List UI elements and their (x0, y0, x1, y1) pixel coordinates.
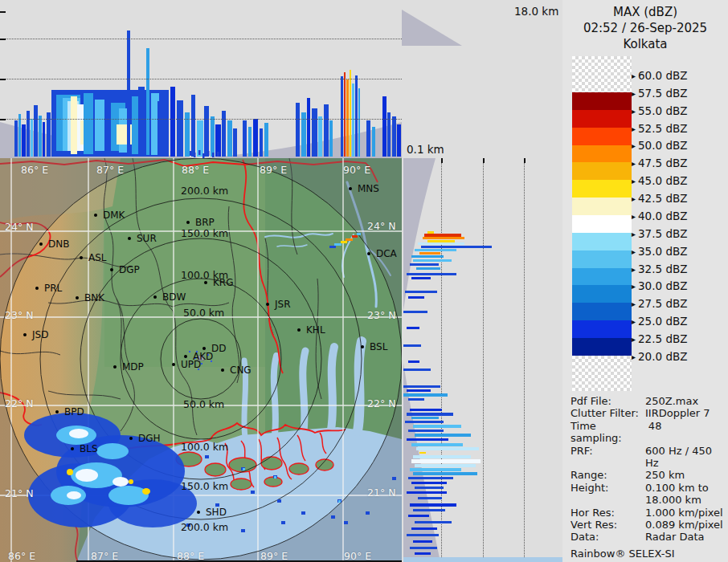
software-brand-label: Rainbow® SELEX-SI (571, 548, 726, 560)
right-panel-bottom-strip (403, 557, 562, 562)
city-dot (71, 447, 74, 450)
scale-tick-arrow-icon: ▸ (632, 247, 636, 256)
city-dot (221, 369, 224, 372)
city-marker: KHL (306, 324, 325, 336)
dbz-scale-label: ▸60.0 dBZ (632, 69, 687, 82)
city-marker: SHD (206, 507, 227, 518)
latitude-label: 24° N (5, 221, 33, 233)
legend-station: Kolkata (562, 37, 728, 51)
city-dot (349, 187, 352, 190)
metadata-value: IIRDoppler 7 (645, 407, 726, 419)
city-dot (186, 221, 190, 224)
height-axis-tick (0, 79, 6, 80)
city-dot (153, 295, 157, 299)
colorbar-swatch (572, 233, 632, 250)
city-dot (80, 256, 83, 259)
city-marker: ASL (88, 252, 107, 263)
city-dot (129, 437, 133, 440)
dbz-scale-label: ▸22.5 dBZ (632, 332, 687, 345)
city-dot (204, 281, 207, 284)
scale-tick-arrow-icon: ▸ (632, 230, 636, 238)
scale-tick-arrow-icon: ▸ (632, 141, 636, 150)
latitude-label: 23° N (5, 309, 33, 321)
dbz-value-label: 40.0 dBZ (638, 210, 687, 222)
city-marker: DGP (119, 264, 140, 275)
dbz-scale-label: ▸27.5 dBZ (632, 297, 687, 310)
colorbar-overflow-swatch (572, 56, 632, 92)
height-axis-min-label: 0.1 km (407, 143, 444, 156)
dbz-scale-label: ▸32.5 dBZ (632, 263, 687, 275)
city-dot (197, 511, 200, 514)
city-marker: JSD (32, 329, 48, 340)
height-gridline (0, 119, 402, 120)
metadata-label: Clutter Filter: (571, 407, 645, 419)
metadata-value: 250Z.max (645, 395, 726, 407)
metadata-label: PRF: (571, 445, 645, 470)
scale-tick-arrow-icon: ▸ (632, 282, 636, 291)
panel-corner-gap (402, 0, 562, 158)
city-dot (35, 287, 39, 290)
longitude-label: 89° E (260, 164, 287, 176)
latitude-label: 22° N (367, 397, 395, 409)
radar-max-display-window: 18.0 km 0.1 km (0, 0, 728, 562)
latitude-label: 21° N (5, 487, 33, 499)
range-ring-label: 50.0 km (183, 307, 224, 319)
metadata-row: Pdf File:250Z.max (571, 395, 726, 407)
metadata-label: Range: (571, 469, 645, 481)
dbz-scale-label: ▸37.5 dBZ (632, 227, 687, 240)
latitude-label: 21° N (367, 487, 395, 499)
metadata-label: Time sampling: (571, 420, 648, 445)
longitude-label: 86° E (21, 164, 48, 176)
longitude-label: 90° E (343, 164, 370, 176)
product-metadata: Pdf File:250Z.maxClutter Filter:IIRDoppl… (571, 395, 726, 560)
height-gridline (0, 79, 402, 79)
longitude-label: 87° E (96, 164, 124, 176)
colorbar-swatch (572, 320, 632, 338)
city-marker: DMK (103, 210, 125, 221)
city-dot (23, 333, 27, 336)
metadata-value: 1.000 km/pixel (645, 507, 726, 519)
height-axis-tick (0, 11, 6, 13)
metadata-row: Time sampling:48 (571, 420, 726, 445)
dbz-value-label: 35.0 dBZ (638, 245, 687, 258)
colorbar-swatch (572, 268, 632, 286)
city-dot (76, 296, 79, 299)
city-dot (367, 252, 370, 255)
scale-tick-arrow-icon: ▸ (632, 177, 636, 185)
dbz-value-label: 20.0 dBZ (638, 350, 687, 363)
city-dot (361, 345, 364, 348)
colorbar-swatch (572, 303, 632, 320)
range-ring-label: 100.0 km (181, 441, 228, 453)
dbz-value-label: 27.5 dBZ (638, 297, 687, 310)
city-dot (55, 410, 59, 413)
city-marker: CNG (230, 364, 252, 376)
city-dot (172, 363, 175, 366)
colorbar-swatch (572, 250, 632, 268)
dbz-value-label: 45.0 dBZ (638, 174, 687, 187)
city-marker: BRP (195, 217, 215, 228)
dbz-scale-label: ▸52.5 dBZ (632, 122, 687, 135)
dbz-value-label: 22.5 dBZ (638, 332, 687, 345)
legend-panel: MAX (dBZ) 02:52 / 26-Sep-2025 Kolkata ▸6… (562, 0, 728, 562)
dbz-scale-label: ▸55.0 dBZ (632, 104, 687, 117)
dbz-scale-label: ▸47.5 dBZ (632, 157, 687, 169)
colorbar-swatch (572, 215, 632, 233)
dbz-value-label: 30.0 dBZ (638, 279, 687, 292)
metadata-label: Vert Res: (571, 519, 645, 531)
dbz-scale-label: ▸50.0 dBZ (632, 139, 687, 152)
dbz-value-label: 57.5 dBZ (638, 87, 687, 100)
metadata-row: Hor Res:1.000 km/pixel (571, 507, 726, 519)
range-ring-label: 150.0 km (181, 480, 228, 492)
city-dot (266, 303, 269, 306)
dbz-value-label: 25.0 dBZ (638, 315, 687, 328)
scale-tick-arrow-icon: ▸ (632, 352, 636, 361)
metadata-label: Data: (571, 531, 645, 543)
colorbar-underflow-swatch (572, 356, 632, 391)
city-marker: KRG (213, 277, 234, 288)
dbz-scale-label: ▸20.0 dBZ (632, 350, 687, 363)
metadata-row: Clutter Filter:IIRDoppler 7 (571, 407, 726, 419)
dbz-scale-label: ▸42.5 dBZ (632, 192, 687, 205)
city-marker: DD (211, 343, 226, 354)
map-panel: 86° E87° E88° E89° E90° E86° E87° E88° E… (0, 158, 402, 562)
city-marker: BPD (64, 406, 84, 417)
